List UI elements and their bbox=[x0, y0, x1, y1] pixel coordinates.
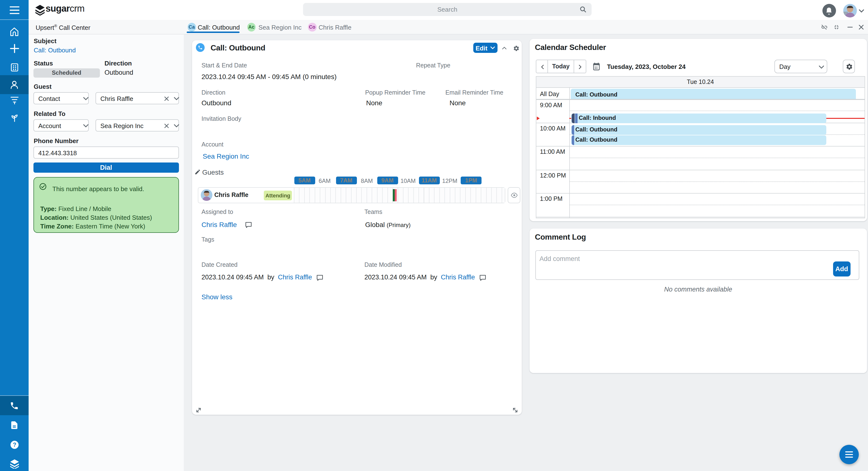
svg-text:?: ? bbox=[12, 441, 16, 448]
